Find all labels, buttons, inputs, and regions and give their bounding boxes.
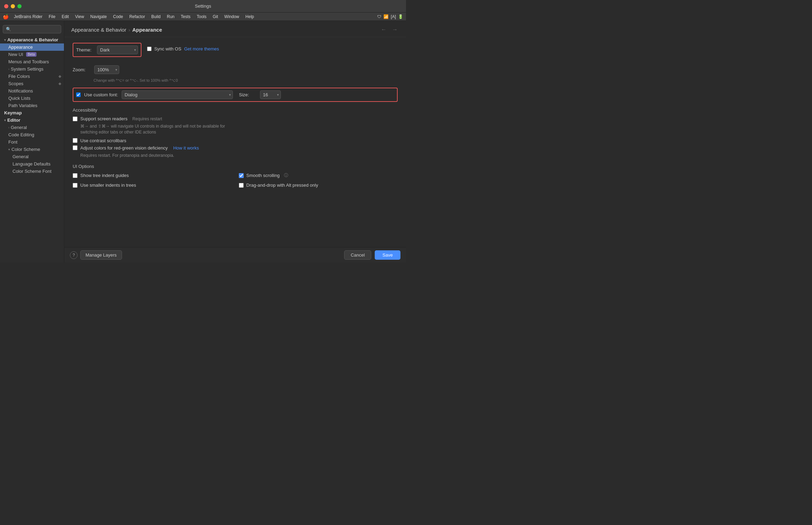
theme-select-wrapper: Dark Light High Contrast Darcula ▾: [97, 46, 138, 54]
drag-drop-row: Drag-and-drop with Alt pressed only: [239, 183, 398, 188]
sidebar-item-label: Scopes: [8, 81, 23, 86]
sidebar-item-label: Color Scheme: [11, 147, 40, 152]
minimize-button[interactable]: [11, 4, 15, 8]
battery-icon: 🔋: [398, 14, 403, 19]
sidebar-item-label: Menus and Toolbars: [8, 59, 49, 64]
scope-icon-2: ◆: [58, 81, 61, 86]
sidebar-item-label: General: [13, 154, 29, 159]
screen-readers-row: Support screen readers Requires restart: [73, 116, 398, 121]
screen-readers-checkbox[interactable]: [73, 116, 78, 121]
theme-select[interactable]: Dark Light High Contrast Darcula: [97, 46, 138, 54]
menu-view[interactable]: View: [73, 14, 87, 20]
menu-navigate[interactable]: Navigate: [88, 14, 109, 20]
breadcrumb-separator: ›: [128, 27, 130, 33]
forward-button[interactable]: →: [391, 26, 399, 33]
menu-tests[interactable]: Tests: [178, 14, 193, 20]
menu-app[interactable]: JetBrains Rider: [11, 14, 45, 20]
menu-code[interactable]: Code: [111, 14, 125, 20]
back-button[interactable]: ←: [380, 26, 388, 33]
header-nav: ← →: [380, 26, 399, 33]
font-select[interactable]: Dialog Arial Helvetica Monospaced: [122, 90, 233, 99]
color-deficiency-label: Adjust colors for red-green vision defic…: [80, 145, 168, 151]
menu-bar-right: 🛡 📶 [A] 🔋: [377, 14, 403, 19]
sidebar-item-code-editing[interactable]: Code Editing: [0, 131, 64, 138]
tree-indent-checkbox[interactable]: [73, 173, 78, 178]
menu-build[interactable]: Build: [149, 14, 163, 20]
accessibility-title: Accessibility: [73, 107, 398, 113]
custom-font-label: Use custom font:: [84, 92, 118, 97]
sidebar-item-general[interactable]: › General: [0, 124, 64, 131]
save-button[interactable]: Save: [375, 250, 400, 260]
cancel-button[interactable]: Cancel: [344, 250, 371, 260]
sidebar-item-editor[interactable]: ▾ Editor: [0, 116, 64, 124]
color-deficiency-checkbox[interactable]: [73, 145, 78, 150]
contrast-scrollbars-label: Use contrast scrollbars: [80, 138, 126, 143]
new-ui-badge: Beta: [26, 52, 37, 57]
size-select[interactable]: 10111213 14151618 2024: [260, 90, 281, 99]
smooth-scrolling-label: Smooth scrolling: [246, 173, 280, 178]
maximize-button[interactable]: [17, 4, 22, 8]
smooth-scrolling-info-icon: ⓘ: [284, 172, 288, 178]
how-it-works-link[interactable]: How it works: [173, 145, 199, 151]
menu-git[interactable]: Git: [210, 14, 220, 20]
theme-section: Theme: Dark Light High Contrast Darcula …: [73, 43, 398, 61]
sidebar-item-label: Keymap: [4, 110, 22, 115]
sidebar-item-scopes[interactable]: Scopes ◆: [0, 80, 64, 87]
sidebar-item-keymap[interactable]: Keymap: [0, 109, 64, 116]
menu-help[interactable]: Help: [243, 14, 257, 20]
sidebar-item-cs-general[interactable]: General: [0, 153, 64, 160]
smaller-indents-label: Use smaller indents in trees: [80, 183, 136, 188]
sidebar-item-cs-lang-defaults[interactable]: Language Defaults: [0, 160, 64, 168]
breadcrumb-current: Appearance: [132, 27, 162, 33]
sidebar-item-appearance[interactable]: Appearance: [0, 43, 64, 51]
manage-layers-button[interactable]: Manage Layers: [80, 250, 122, 260]
contrast-scrollbars-checkbox[interactable]: [73, 138, 78, 143]
sync-os-checkbox[interactable]: [147, 47, 152, 51]
smaller-indents-checkbox[interactable]: [73, 183, 78, 188]
menu-edit[interactable]: Edit: [59, 14, 71, 20]
sidebar-item-new-ui[interactable]: New UI Beta: [0, 51, 64, 58]
zoom-hint: Change with ^⌥= or ^⌥-. Set to 100% with…: [94, 78, 398, 83]
menu-file[interactable]: File: [46, 14, 58, 20]
font-select-wrapper: Dialog Arial Helvetica Monospaced ▾: [122, 90, 233, 99]
zoom-select[interactable]: 75% 100% 125% 150% 175% 200%: [94, 65, 119, 74]
ui-options-title: UI Options: [73, 164, 398, 169]
menu-tools[interactable]: Tools: [194, 14, 209, 20]
drag-drop-checkbox[interactable]: [239, 183, 244, 188]
breadcrumb: Appearance & Behavior › Appearance: [71, 27, 162, 33]
search-input[interactable]: [3, 25, 61, 33]
menu-run[interactable]: Run: [164, 14, 177, 20]
custom-font-checkbox[interactable]: [76, 92, 81, 97]
scope-icon: ◆: [58, 74, 61, 79]
sidebar-item-quick-lists[interactable]: Quick Lists: [0, 95, 64, 102]
zoom-label: Zoom:: [73, 67, 90, 72]
status-icon-1: 🛡: [377, 14, 381, 19]
sidebar-item-label: Notifications: [8, 88, 33, 94]
sidebar-item-cs-font[interactable]: Color Scheme Font: [0, 168, 64, 175]
sidebar-item-label: New UI: [8, 52, 23, 57]
smooth-scrolling-checkbox[interactable]: [239, 173, 244, 178]
close-button[interactable]: [4, 4, 8, 8]
ui-options-grid: Show tree indent guides Smooth scrolling…: [73, 172, 398, 190]
sidebar-item-notifications[interactable]: Notifications: [0, 87, 64, 95]
sidebar-item-path-variables[interactable]: Path Variables: [0, 102, 64, 109]
sidebar-item-menus-toolbars[interactable]: Menus and Toolbars: [0, 58, 64, 65]
sidebar-item-label: Appearance & Behavior: [7, 37, 58, 42]
sidebar-item-appearance-behavior[interactable]: ▾ Appearance & Behavior: [0, 36, 64, 43]
sidebar-item-label: Code Editing: [8, 132, 34, 137]
sidebar-item-file-colors[interactable]: File Colors ◆: [0, 73, 64, 80]
sidebar-item-font[interactable]: Font: [0, 138, 64, 146]
tree-indent-row: Show tree indent guides: [73, 172, 232, 178]
color-deficiency-row: Adjust colors for red-green vision defic…: [73, 145, 398, 151]
content-header: Appearance & Behavior › Appearance ← →: [64, 21, 406, 37]
sidebar-item-label: Path Variables: [8, 103, 38, 108]
help-button[interactable]: ?: [70, 251, 78, 259]
get-more-themes-link[interactable]: Get more themes: [184, 46, 219, 51]
sidebar-item-color-scheme[interactable]: ▾ Color Scheme: [0, 146, 64, 153]
sidebar-item-system-settings[interactable]: › System Settings: [0, 65, 64, 73]
menu-refactor[interactable]: Refactor: [127, 14, 147, 20]
theme-highlight: Theme: Dark Light High Contrast Darcula …: [73, 43, 141, 57]
menu-window[interactable]: Window: [222, 14, 242, 20]
chevron-down-icon-2: ▾: [4, 119, 6, 122]
theme-label: Theme:: [76, 47, 94, 52]
